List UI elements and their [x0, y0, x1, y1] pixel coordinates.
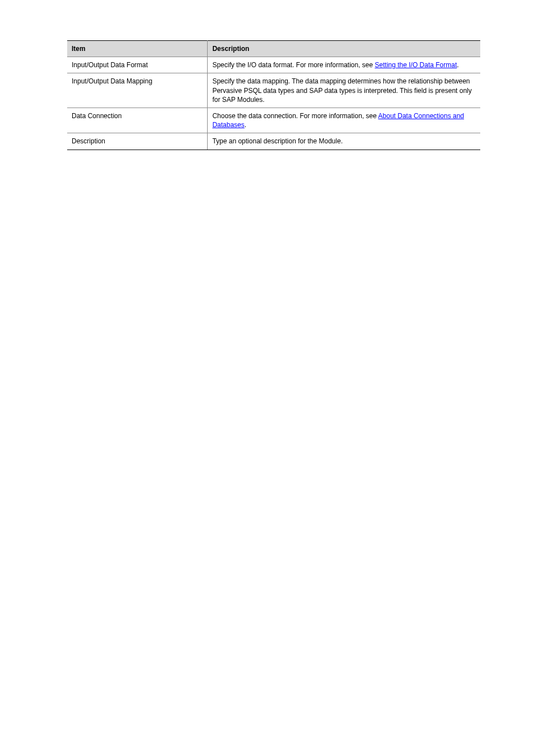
- desc-text: Specify the I/O data format. For more in…: [212, 61, 374, 69]
- item-cell: Description: [67, 133, 208, 150]
- table-row: Input/Output Data Mapping Specify the da…: [67, 73, 480, 108]
- page: Item Description Input/Output Data Forma…: [0, 0, 534, 756]
- table-header-row: Item Description: [67, 41, 480, 57]
- description-cell: Type an optional description for the Mod…: [208, 133, 480, 150]
- xref-link[interactable]: Setting the I/O Data Format: [375, 61, 457, 69]
- description-cell: Specify the I/O data format. For more in…: [208, 57, 480, 73]
- table-row: Input/Output Data Format Specify the I/O…: [67, 57, 480, 73]
- desc-text: .: [457, 61, 458, 69]
- table-row: Data Connection Choose the data connecti…: [67, 108, 480, 133]
- table-row: Description Type an optional description…: [67, 133, 480, 150]
- item-cell: Data Connection: [67, 108, 208, 133]
- description-cell: Choose the data connection. For more inf…: [208, 108, 480, 133]
- desc-text: .: [245, 121, 246, 129]
- col-header-item: Item: [67, 41, 208, 57]
- desc-text: Choose the data connection. For more inf…: [212, 112, 378, 120]
- item-cell: Input/Output Data Format: [67, 57, 208, 73]
- spec-table: Item Description Input/Output Data Forma…: [67, 40, 480, 150]
- description-cell: Specify the data mapping. The data mappi…: [208, 73, 480, 108]
- col-header-description: Description: [208, 41, 480, 57]
- item-cell: Input/Output Data Mapping: [67, 73, 208, 108]
